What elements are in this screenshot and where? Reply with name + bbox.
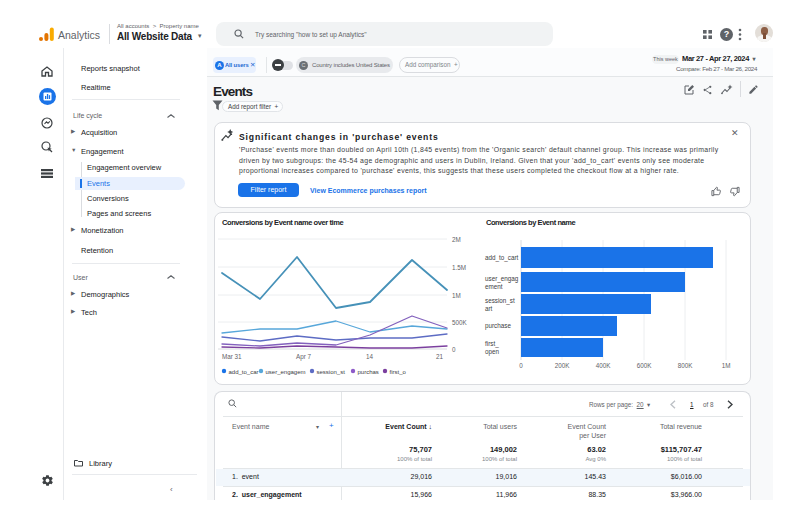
svg-text:art: art [485,305,493,312]
svg-text:open: open [485,348,500,356]
svg-text:0: 0 [519,362,523,369]
svg-text:purchas: purchas [358,369,379,375]
svg-text:purchase: purchase [485,322,511,330]
svg-text:1M: 1M [722,362,731,369]
svg-text:session_st: session_st [317,369,346,375]
svg-text:Apr 7: Apr 7 [296,353,312,361]
svg-text:14: 14 [366,353,374,360]
svg-text:add_to_cart: add_to_cart [485,254,519,262]
svg-text:user_engag: user_engag [485,275,519,283]
svg-text:first_o: first_o [390,369,407,375]
svg-text:ement: ement [485,283,503,290]
svg-text:session_st: session_st [485,297,515,305]
svg-text:user_engagem: user_engagem [266,369,306,375]
svg-text:2M: 2M [452,236,461,243]
svg-text:1M: 1M [452,292,461,299]
svg-text:500K: 500K [452,319,468,326]
svg-text:first_: first_ [485,340,499,348]
svg-text:400K: 400K [596,362,612,369]
svg-text:Mar 31: Mar 31 [222,353,242,360]
svg-text:21: 21 [436,353,444,360]
svg-text:800K: 800K [678,362,694,369]
svg-text:0: 0 [452,346,456,353]
svg-text:200K: 200K [555,362,571,369]
svg-text:1.5M: 1.5M [452,264,466,271]
svg-text:add_to_car: add_to_car [229,369,259,375]
svg-text:600K: 600K [637,362,653,369]
